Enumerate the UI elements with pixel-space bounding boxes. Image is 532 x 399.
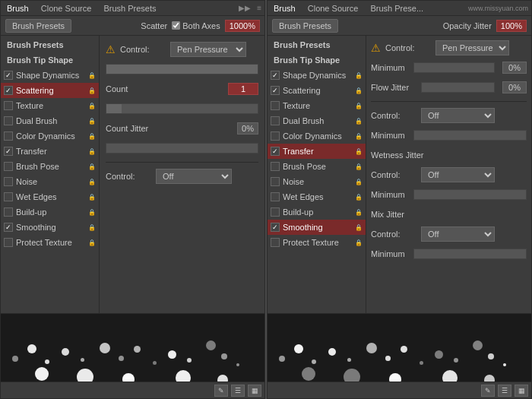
- tab-presets-right[interactable]: Brush Prese...: [367, 2, 426, 14]
- minimum-label-r1: Minimum: [371, 63, 409, 72]
- brush-item[interactable]: Scattering🔒: [268, 83, 366, 98]
- brush-item[interactable]: Build-up🔒: [268, 204, 366, 220]
- preview-dot: [134, 346, 141, 353]
- brush-item[interactable]: Color Dynamics🔒: [1, 128, 99, 144]
- brush-presets-btn-right[interactable]: Brush Presets: [272, 19, 338, 33]
- brush-item-checkbox[interactable]: [4, 162, 13, 171]
- control-dropdown-2[interactable]: Off Pen Pressure Fade: [156, 169, 232, 184]
- tab-clone-right[interactable]: Clone Source: [305, 2, 362, 14]
- brush-item[interactable]: Scattering🔒: [1, 83, 99, 98]
- brush-item-checkbox[interactable]: [271, 116, 280, 125]
- brush-item-checkbox[interactable]: [271, 207, 280, 217]
- brush-item-label: Color Dynamics: [14, 131, 87, 141]
- brush-item[interactable]: Transfer🔒: [268, 144, 366, 159]
- control-dropdown-r2[interactable]: Off Pen Pressure: [421, 108, 495, 123]
- control-dropdown-1[interactable]: Pen Pressure Off Fade: [170, 42, 246, 57]
- count-input[interactable]: [228, 83, 258, 95]
- scatter-slider[interactable]: [106, 64, 258, 74]
- brush-item-checkbox[interactable]: [4, 207, 13, 217]
- brush-presets-btn-left[interactable]: Brush Presets: [5, 19, 71, 33]
- minimum-value-r1: 0%: [502, 62, 527, 74]
- minimum-slider-r4[interactable]: [413, 249, 527, 259]
- brush-item[interactable]: Brush Pose🔒: [1, 159, 99, 174]
- brush-item-checkbox[interactable]: [271, 177, 280, 186]
- brush-item[interactable]: Brush Tip Shape: [1, 52, 99, 68]
- brush-item-checkbox[interactable]: [271, 71, 280, 80]
- brush-item-checkbox[interactable]: [4, 147, 13, 156]
- brush-item-checkbox[interactable]: [4, 101, 13, 110]
- brush-item-checkbox[interactable]: [4, 86, 13, 95]
- brush-item[interactable]: Noise🔒: [268, 174, 366, 189]
- brush-item[interactable]: Shape Dynamics🔒: [268, 68, 366, 83]
- brush-item[interactable]: Transfer🔒: [1, 144, 99, 159]
- brush-item[interactable]: Protect Texture🔒: [1, 235, 99, 250]
- footer-btn-2-left[interactable]: ☰: [231, 385, 245, 397]
- brush-item[interactable]: Smoothing🔒: [1, 220, 99, 235]
- control-dropdown-r4[interactable]: Off Pen Pressure: [421, 226, 495, 242]
- brush-item[interactable]: Texture🔒: [268, 98, 366, 113]
- brush-item-label: Build-up: [14, 207, 87, 217]
- brush-item[interactable]: Smoothing🔒: [268, 220, 366, 235]
- brush-item-checkbox[interactable]: [4, 238, 13, 247]
- brush-item[interactable]: Brush Tip Shape: [268, 52, 366, 68]
- brush-item[interactable]: Brush Pose🔒: [268, 159, 366, 174]
- minimum-slider-r1[interactable]: [413, 62, 495, 73]
- footer-btn-3-left[interactable]: ▦: [248, 385, 261, 397]
- brush-item[interactable]: Wet Edges🔒: [268, 189, 366, 204]
- panel-menu-icon[interactable]: ≡: [257, 4, 261, 12]
- brush-item-checkbox[interactable]: [271, 192, 280, 201]
- flow-jitter-slider[interactable]: [421, 82, 495, 93]
- brush-item[interactable]: Wet Edges🔒: [1, 189, 99, 204]
- footer-btn-1-right[interactable]: ✎: [481, 385, 495, 397]
- footer-btn-2-right[interactable]: ☰: [498, 385, 511, 397]
- preview-dot: [45, 359, 49, 364]
- brush-item[interactable]: Build-up🔒: [1, 204, 99, 220]
- footer-btn-3-right[interactable]: ▦: [515, 385, 528, 397]
- control-dropdown-r3[interactable]: Off Pen Pressure: [421, 167, 495, 182]
- minimum-slider-r3[interactable]: [413, 189, 527, 200]
- brush-item-checkbox[interactable]: [4, 177, 13, 186]
- brush-item-checkbox[interactable]: [271, 131, 280, 141]
- tab-brush-left[interactable]: Brush: [4, 2, 32, 14]
- preview-dot: [389, 373, 401, 382]
- brush-item[interactable]: Texture🔒: [1, 98, 99, 113]
- tab-clone-left[interactable]: Clone Source: [38, 2, 95, 14]
- footer-btn-1-left[interactable]: ✎: [214, 385, 228, 397]
- brush-item-checkbox[interactable]: [4, 116, 13, 125]
- both-axes-check[interactable]: Both Axes: [172, 21, 220, 30]
- brush-item[interactable]: Dual Brush🔒: [1, 113, 99, 128]
- brush-item-checkbox[interactable]: [271, 162, 280, 171]
- count-slider-row: [106, 101, 258, 116]
- control-row-r3: Control: Off Pen Pressure: [371, 167, 527, 182]
- count-slider[interactable]: [106, 103, 258, 114]
- brush-item-checkbox[interactable]: [271, 101, 280, 110]
- brush-item-checkbox[interactable]: [4, 192, 13, 201]
- preview-left: [1, 313, 264, 382]
- control-label-2: Control:: [106, 172, 151, 181]
- brush-item[interactable]: Shape Dynamics🔒: [1, 68, 99, 83]
- panel-menu-arrows[interactable]: ▶▶: [239, 4, 251, 12]
- brush-item-checkbox[interactable]: [4, 71, 13, 80]
- minimum-slider-r2[interactable]: [413, 130, 527, 141]
- brush-item-checkbox[interactable]: [271, 86, 280, 95]
- brush-item-checkbox[interactable]: [271, 238, 280, 247]
- both-axes-checkbox[interactable]: [172, 21, 180, 30]
- brush-item-label: Color Dynamics: [281, 131, 353, 141]
- brush-item[interactable]: Color Dynamics🔒: [268, 128, 366, 144]
- preview-dot: [294, 344, 303, 353]
- minimum-row-r3: Minimum: [371, 187, 527, 202]
- control-dropdown-r1[interactable]: Pen Pressure Off: [435, 40, 509, 55]
- tab-brush-right[interactable]: Brush: [271, 2, 299, 14]
- brush-item-checkbox[interactable]: [4, 131, 13, 141]
- count-jitter-slider[interactable]: [106, 143, 258, 154]
- lock-icon: 🔒: [88, 224, 96, 231]
- tab-presets-left[interactable]: Brush Presets: [100, 2, 159, 14]
- brush-item[interactable]: Dual Brush🔒: [268, 113, 366, 128]
- brush-item-checkbox[interactable]: [271, 223, 280, 232]
- brush-item[interactable]: Noise🔒: [1, 174, 99, 189]
- brush-item-checkbox[interactable]: [271, 147, 280, 156]
- preview-dot: [347, 358, 351, 362]
- brush-item-checkbox[interactable]: [4, 223, 13, 232]
- brush-item[interactable]: Protect Texture🔒: [268, 235, 366, 250]
- count-label: Count: [106, 84, 151, 93]
